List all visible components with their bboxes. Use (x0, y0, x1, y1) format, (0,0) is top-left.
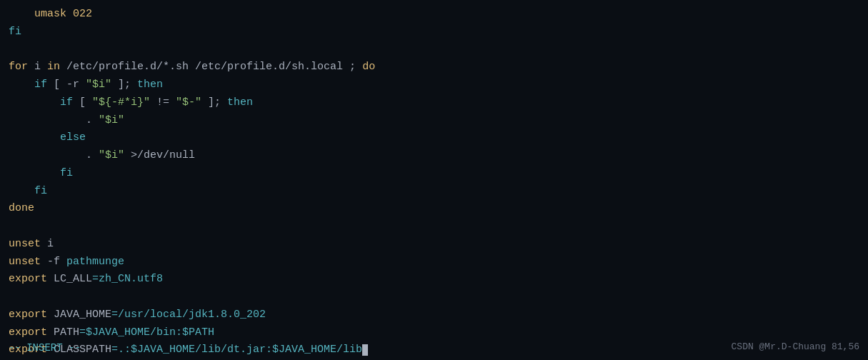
code-line: export JAVA_HOME=/usr/local/jdk1.8.0_202 (9, 306, 859, 324)
code-token: i (28, 61, 47, 73)
code-token: for (9, 61, 28, 73)
code-line: umask 022 (9, 6, 859, 24)
code-line: for i in /etc/profile.d/*.sh /etc/profil… (9, 59, 859, 76)
code-line: if [ -r "$i" ]; then (9, 76, 859, 94)
code-line: . "$i" (9, 112, 859, 130)
code-line (9, 289, 859, 306)
insert-mode-label: -- INSERT -- (9, 340, 81, 356)
code-line: unset -f pathmunge (9, 254, 859, 271)
code-token: fi (9, 167, 73, 179)
code-token: "$i" (99, 114, 124, 126)
code-token: [ (73, 96, 92, 109)
code-token: >/dev/null (124, 149, 195, 161)
code-token: else (9, 131, 86, 144)
code-line: done (9, 200, 859, 218)
code-token: "$i" (99, 149, 124, 161)
code-token: != (150, 96, 176, 109)
code-token: done (9, 202, 34, 214)
code-token: then (227, 96, 253, 109)
code-line: unset i (9, 236, 859, 254)
code-line: . "$i" >/dev/null (9, 147, 859, 165)
code-token: PATH (47, 326, 79, 339)
code-token: in (47, 61, 60, 73)
code-line: fi (9, 165, 859, 183)
code-token: export (9, 326, 47, 339)
code-token: ]; (111, 79, 137, 91)
code-token: ]; (201, 96, 227, 109)
code-token: . (9, 114, 99, 126)
code-token: LC_ALL (47, 273, 92, 285)
code-token: . (9, 149, 99, 161)
code-token: JAVA_HOME (47, 309, 111, 321)
code-token: =/usr/local/jdk1.8.0_202 (111, 309, 266, 321)
code-token: if (9, 79, 47, 91)
code-token: -f (41, 256, 66, 268)
code-token: fi (9, 185, 47, 197)
code-line: if [ "${-#*i}" != "$-" ]; then (9, 94, 859, 112)
code-token: if (9, 96, 73, 109)
code-token: [ -r (47, 79, 86, 91)
code-token: umask 022 (9, 8, 92, 20)
code-token: do (362, 61, 375, 73)
code-token: export (9, 309, 47, 321)
code-line: fi (9, 24, 859, 41)
code-token: then (137, 79, 163, 91)
code-token: unset (9, 238, 41, 250)
code-token: =zh_CN.utf8 (92, 273, 163, 285)
code-token: "${-#*i}" (92, 96, 150, 109)
code-token: /etc/profile.d/*.sh /etc/profile.d/sh.lo… (60, 61, 362, 73)
code-content: umask 022fi for i in /etc/profile.d/*.sh… (9, 6, 859, 359)
code-token: i (41, 238, 54, 250)
code-token: pathmunge (66, 256, 124, 268)
code-line: fi (9, 183, 859, 201)
code-token: fi (9, 26, 21, 38)
code-line: else (9, 129, 859, 147)
code-token: export (9, 273, 47, 285)
code-token: =$JAVA_HOME/bin:$PATH (79, 326, 214, 339)
code-editor: umask 022fi for i in /etc/profile.d/*.sh… (0, 0, 868, 360)
code-token: "$i" (86, 79, 111, 91)
code-line (9, 218, 859, 236)
status-bar: -- INSERT -- CSDN @Mr.D-Chuang 81,56 (0, 339, 868, 357)
code-token: unset (9, 256, 41, 268)
code-token: "$-" (176, 96, 201, 109)
code-line: export LC_ALL=zh_CN.utf8 (9, 271, 859, 289)
watermark-and-position: CSDN @Mr.D-Chuang 81,56 (732, 340, 859, 355)
code-line (9, 41, 859, 59)
